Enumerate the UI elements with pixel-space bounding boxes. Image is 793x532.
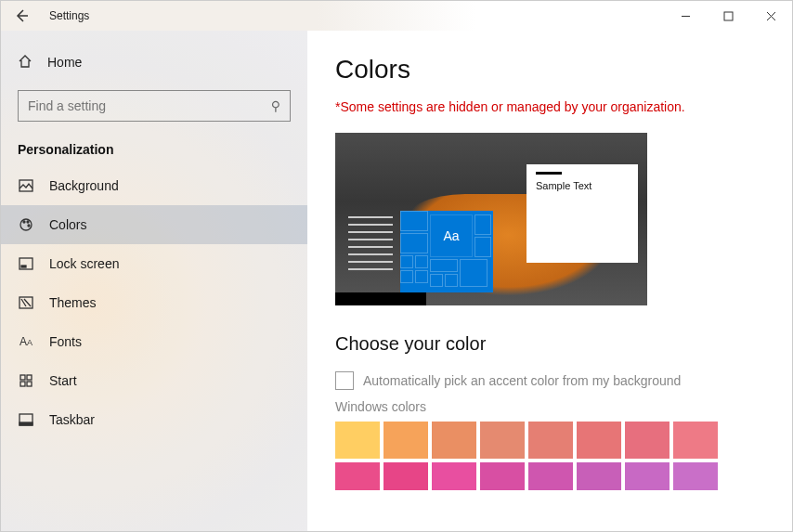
sidebar-item-label: Taskbar — [49, 412, 95, 427]
svg-rect-8 — [20, 297, 32, 308]
picture-icon — [18, 178, 34, 193]
windows-colors-label: Windows colors — [335, 399, 764, 414]
sidebar-item-colors[interactable]: Colors — [1, 205, 307, 244]
color-swatch[interactable] — [673, 422, 718, 459]
titlebar: Settings — [1, 1, 792, 31]
auto-pick-label: Automatically pick an accent color from … — [363, 373, 681, 388]
sidebar-item-label: Start — [49, 373, 77, 388]
main-content: Colors *Some settings are hidden or mana… — [307, 31, 792, 531]
svg-rect-7 — [21, 266, 26, 267]
maximize-button[interactable] — [707, 1, 749, 31]
sidebar-item-label: Background — [49, 178, 119, 193]
sidebar-item-label: Colors — [49, 217, 86, 232]
color-swatch[interactable] — [528, 422, 573, 459]
sidebar: Home ⚲ Personalization Background Colors — [1, 31, 307, 531]
color-swatch[interactable] — [528, 462, 573, 490]
color-preview: Aa Sample Text — [335, 133, 647, 305]
start-icon — [18, 373, 34, 388]
svg-rect-14 — [20, 422, 32, 425]
sidebar-item-label: Themes — [49, 295, 97, 310]
sidebar-item-label: Fonts — [49, 334, 82, 349]
color-swatch[interactable] — [335, 422, 380, 459]
sidebar-item-background[interactable]: Background — [1, 166, 307, 205]
fonts-icon: AA — [18, 335, 34, 348]
preview-start: Aa — [344, 211, 493, 292]
color-swatch[interactable] — [384, 462, 428, 490]
color-swatch[interactable] — [673, 462, 718, 490]
svg-point-5 — [28, 225, 30, 227]
search-icon: ⚲ — [271, 98, 280, 113]
color-swatch[interactable] — [577, 422, 621, 459]
sidebar-item-taskbar[interactable]: Taskbar — [1, 400, 307, 439]
color-swatch[interactable] — [480, 462, 525, 490]
search-input-wrapper[interactable]: ⚲ — [18, 90, 291, 122]
color-swatch[interactable] — [625, 422, 670, 459]
color-swatch[interactable] — [480, 422, 525, 459]
svg-rect-11 — [20, 382, 25, 386]
auto-pick-checkbox[interactable] — [335, 371, 354, 390]
search-input[interactable] — [28, 98, 271, 113]
palette-icon — [18, 217, 34, 232]
color-swatch[interactable] — [335, 462, 380, 490]
color-swatch[interactable] — [384, 422, 428, 459]
sidebar-item-themes[interactable]: Themes — [1, 283, 307, 322]
sidebar-item-fonts[interactable]: AA Fonts — [1, 322, 307, 361]
svg-point-4 — [27, 221, 29, 223]
org-warning: *Some settings are hidden or managed by … — [335, 99, 764, 114]
home-label: Home — [47, 55, 82, 70]
preview-sample-text: Sample Text — [536, 180, 629, 191]
svg-rect-0 — [724, 12, 733, 20]
back-button[interactable] — [1, 1, 42, 31]
preview-sample-window: Sample Text — [526, 164, 638, 263]
auto-pick-row[interactable]: Automatically pick an accent color from … — [335, 371, 764, 390]
minimize-button[interactable] — [664, 1, 707, 31]
swatch-grid — [335, 422, 764, 490]
choose-color-heading: Choose your color — [335, 333, 764, 355]
svg-point-3 — [23, 221, 25, 223]
themes-icon — [18, 295, 34, 310]
window-title: Settings — [49, 9, 89, 22]
color-swatch[interactable] — [625, 462, 670, 490]
sidebar-item-start[interactable]: Start — [1, 361, 307, 400]
section-title: Personalization — [1, 122, 307, 166]
sidebar-item-label: Lock screen — [49, 256, 119, 271]
home-nav[interactable]: Home — [1, 44, 307, 81]
page-title: Colors — [335, 55, 764, 84]
svg-rect-9 — [20, 375, 25, 380]
window-controls — [664, 1, 792, 31]
svg-rect-12 — [27, 382, 32, 386]
sidebar-item-lockscreen[interactable]: Lock screen — [1, 244, 307, 283]
svg-rect-10 — [27, 375, 32, 380]
arrow-left-icon — [14, 8, 29, 23]
home-icon — [18, 54, 32, 71]
close-button[interactable] — [749, 1, 792, 31]
body: Home ⚲ Personalization Background Colors — [1, 31, 792, 531]
lockscreen-icon — [18, 256, 34, 271]
preview-tile-aa: Aa — [430, 214, 473, 257]
color-swatch[interactable] — [432, 422, 476, 459]
taskbar-icon — [18, 412, 34, 427]
settings-window: Settings Home ⚲ Personalization B — [0, 0, 793, 532]
color-swatch[interactable] — [432, 462, 476, 490]
color-swatch[interactable] — [577, 462, 621, 490]
